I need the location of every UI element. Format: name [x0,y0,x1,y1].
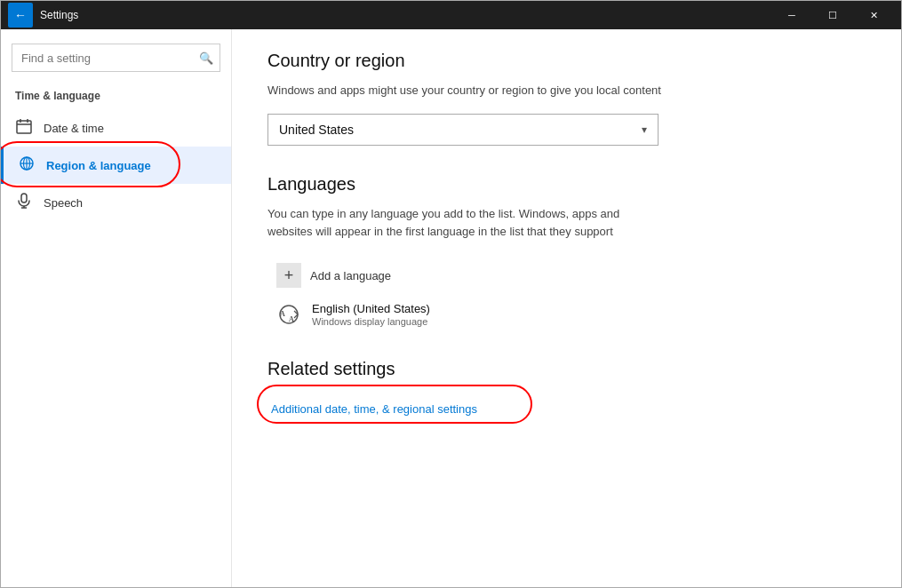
country-section-desc: Windows and apps might use your country … [267,82,866,99]
add-language-button[interactable]: + Add a language [267,256,400,295]
sidebar: 🔍 Time & language Date & time [1,29,232,587]
search-box[interactable]: 🔍 [12,44,220,72]
add-language-label: Add a language [310,269,391,282]
country-section-title: Country or region [267,51,866,71]
svg-text:A: A [280,310,285,318]
lang-sub-english: Windows display language [312,316,430,327]
related-section-title: Related settings [267,359,866,379]
search-icon[interactable]: 🔍 [199,52,213,65]
svg-rect-0 [17,121,31,133]
country-selected-value: United States [279,123,354,137]
language-item-english[interactable]: A A English (United States) Windows disp… [267,295,439,334]
related-section: Related settings Additional date, time, … [267,359,866,417]
additional-settings-link[interactable]: Additional date, time, & regional settin… [267,401,481,417]
settings-window: ← Settings ─ ☐ ✕ 🔍 Time & language [0,0,902,588]
maximize-button[interactable]: ☐ [812,1,853,29]
sidebar-label-date-time: Date & time [44,122,104,135]
country-section: Country or region Windows and apps might… [267,51,866,146]
lang-name-english: English (United States) [312,302,430,315]
related-link-wrapper: Additional date, time, & regional settin… [267,393,481,417]
dropdown-arrow-icon: ▾ [642,123,647,136]
english-lang-icon: A A [276,302,301,327]
svg-rect-8 [21,194,27,203]
sidebar-label-speech: Speech [44,196,83,210]
titlebar-title: Settings [40,9,78,21]
sidebar-item-speech[interactable]: Speech [1,184,231,221]
languages-section-title: Languages [267,174,866,195]
date-time-icon [15,118,33,138]
plus-icon: + [276,263,301,288]
minimize-button[interactable]: ─ [771,1,812,29]
languages-section: Languages You can type in any language y… [267,174,866,335]
window-controls: ─ ☐ ✕ [771,1,894,29]
lang-info-english: English (United States) Windows display … [312,302,430,327]
speech-icon [15,193,33,212]
sidebar-item-date-time[interactable]: Date & time [1,109,231,147]
sidebar-item-region-language[interactable]: Region & language [1,147,231,184]
sidebar-label-region-language: Region & language [46,159,151,172]
titlebar: ← Settings ─ ☐ ✕ [1,1,901,29]
sidebar-section-label: Time & language [1,86,231,109]
country-dropdown[interactable]: United States ▾ [267,114,659,146]
content-area: Country or region Windows and apps might… [232,29,901,587]
close-button[interactable]: ✕ [853,1,894,29]
sidebar-item-region-wrapper: Region & language [1,147,231,184]
region-language-icon [18,155,36,175]
languages-section-desc: You can type in any language you add to … [267,205,659,242]
main-layout: 🔍 Time & language Date & time [1,29,901,587]
back-icon: ← [14,8,27,22]
svg-text:A: A [289,315,294,323]
search-input[interactable] [12,44,220,72]
back-button[interactable]: ← [8,3,33,28]
